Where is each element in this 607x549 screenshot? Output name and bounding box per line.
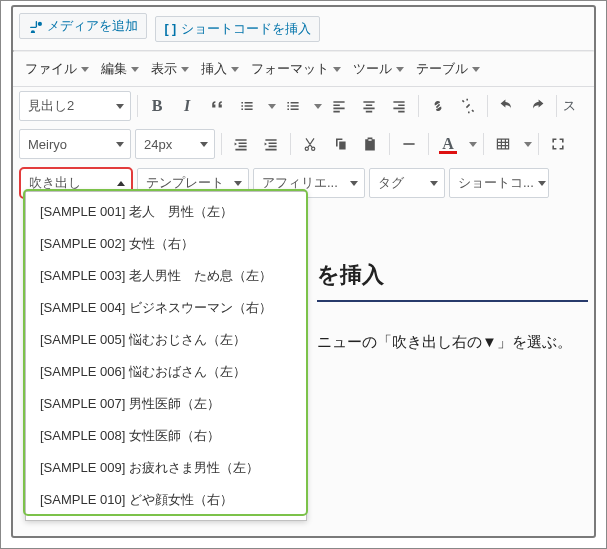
divider — [538, 133, 539, 155]
divider — [483, 133, 484, 155]
indent-button[interactable] — [258, 131, 284, 157]
bullet-list-button[interactable] — [234, 93, 260, 119]
blockquote-button[interactable] — [204, 93, 230, 119]
chevron-down-icon — [181, 67, 189, 72]
chevron-down-icon — [231, 67, 239, 72]
divider — [137, 95, 138, 117]
font-size-select[interactable]: 24px — [135, 129, 215, 159]
divider — [389, 133, 390, 155]
shortcode-icon: [ ] — [164, 20, 176, 38]
chevron-down-icon — [200, 142, 208, 147]
divider — [221, 133, 222, 155]
heading-underline — [317, 300, 588, 302]
fukidashi-dropdown: [SAMPLE 001] 老人 男性（左） [SAMPLE 002] 女性（右）… — [25, 191, 307, 521]
svg-rect-0 — [403, 143, 414, 145]
divider — [290, 133, 291, 155]
chevron-down-icon — [116, 142, 124, 147]
divider — [487, 95, 488, 117]
chevron-down-icon — [234, 181, 242, 186]
align-left-button[interactable] — [326, 93, 352, 119]
template-value: テンプレート — [146, 174, 224, 192]
menu-table[interactable]: テーブル — [410, 56, 486, 82]
divider — [556, 95, 557, 117]
redo-button[interactable] — [524, 93, 550, 119]
link-button[interactable] — [425, 93, 451, 119]
italic-button[interactable]: I — [174, 93, 200, 119]
block-format-select[interactable]: 見出し2 — [19, 91, 131, 121]
copy-button[interactable] — [327, 131, 353, 157]
chevron-down-icon — [314, 104, 322, 109]
hr-button[interactable] — [396, 131, 422, 157]
bold-button[interactable]: B — [144, 93, 170, 119]
chevron-down-icon — [396, 67, 404, 72]
dropdown-item[interactable]: [SAMPLE 001] 老人 男性（左） — [26, 196, 306, 228]
menubar: ファイル 編集 表示 挿入 フォーマット ツール テーブル — [13, 52, 594, 87]
content-heading-suffix: を挿入 — [317, 257, 588, 292]
block-format-value: 見出し2 — [28, 97, 74, 115]
divider — [428, 133, 429, 155]
chevron-down-icon — [469, 142, 477, 147]
chevron-down-icon — [524, 142, 532, 147]
text-color-swatch — [439, 151, 457, 154]
dropdown-item[interactable]: [SAMPLE 006] 悩むおばさん（左） — [26, 356, 306, 388]
align-center-button[interactable] — [356, 93, 382, 119]
font-size-value: 24px — [144, 137, 172, 152]
font-family-select[interactable]: Meiryo — [19, 129, 131, 159]
fukidashi-value: 吹き出し — [29, 174, 81, 192]
unlink-button[interactable] — [455, 93, 481, 119]
insert-shortcode-button[interactable]: [ ] ショートコードを挿入 — [155, 16, 320, 42]
toolbar-truncated-right: ス — [563, 97, 576, 115]
insert-table-button[interactable] — [490, 131, 516, 157]
menu-tools[interactable]: ツール — [347, 56, 410, 82]
undo-button[interactable] — [494, 93, 520, 119]
numbered-list-button[interactable] — [280, 93, 306, 119]
outdent-button[interactable] — [228, 131, 254, 157]
dropdown-item[interactable]: [SAMPLE 002] 女性（右） — [26, 228, 306, 260]
menu-insert[interactable]: 挿入 — [195, 56, 245, 82]
divider — [418, 95, 419, 117]
menu-format[interactable]: フォーマット — [245, 56, 347, 82]
text-color-button[interactable]: A — [435, 131, 461, 157]
paste-button[interactable] — [357, 131, 383, 157]
dropdown-item[interactable]: [SAMPLE 008] 女性医師（右） — [26, 420, 306, 452]
add-media-button[interactable]: メディアを追加 — [19, 13, 147, 39]
chevron-down-icon — [333, 67, 341, 72]
media-icon — [28, 19, 42, 33]
dropdown-item[interactable]: [SAMPLE 009] お疲れさま男性（左） — [26, 452, 306, 484]
dropdown-item[interactable]: [SAMPLE 007] 男性医師（左） — [26, 388, 306, 420]
align-right-button[interactable] — [386, 93, 412, 119]
chevron-up-icon — [117, 181, 125, 186]
chevron-down-icon — [116, 104, 124, 109]
editor-content[interactable]: を挿入 ニューの「吹き出し右の▼」を選ぶ。 — [317, 185, 588, 354]
insert-shortcode-label: ショートコードを挿入 — [181, 20, 311, 38]
chevron-down-icon — [81, 67, 89, 72]
menu-edit[interactable]: 編集 — [95, 56, 145, 82]
dropdown-item[interactable]: [SAMPLE 010] どや顔女性（右） — [26, 484, 306, 516]
font-family-value: Meiryo — [28, 137, 67, 152]
dropdown-item[interactable]: [SAMPLE 003] 老人男性 ため息（左） — [26, 260, 306, 292]
menu-file[interactable]: ファイル — [19, 56, 95, 82]
dropdown-item[interactable]: [SAMPLE 005] 悩むおじさん（左） — [26, 324, 306, 356]
menu-view[interactable]: 表示 — [145, 56, 195, 82]
fullscreen-button[interactable] — [545, 131, 571, 157]
chevron-down-icon — [131, 67, 139, 72]
content-body-suffix: ニューの「吹き出し右の▼」を選ぶ。 — [317, 330, 588, 354]
chevron-down-icon — [472, 67, 480, 72]
add-media-label: メディアを追加 — [47, 17, 138, 35]
cut-button[interactable] — [297, 131, 323, 157]
chevron-down-icon — [268, 104, 276, 109]
dropdown-item[interactable]: [SAMPLE 004] ビジネスウーマン（右） — [26, 292, 306, 324]
